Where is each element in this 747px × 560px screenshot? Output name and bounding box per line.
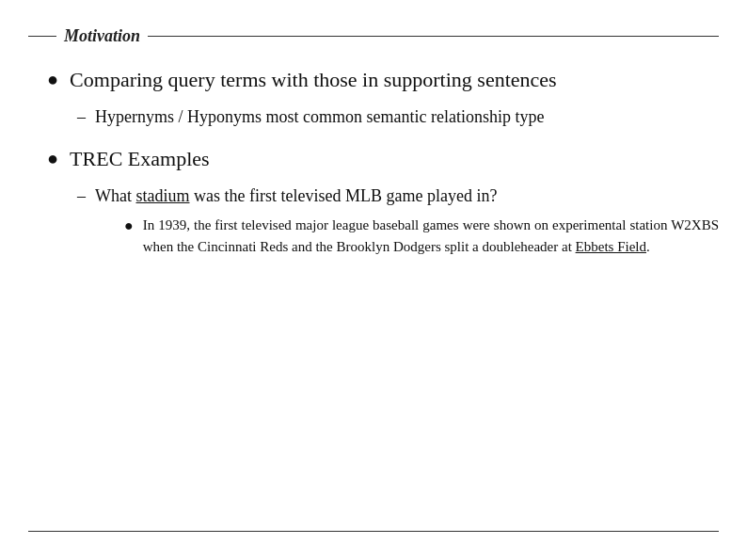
title-bar: Motivation [28,26,719,46]
bullet-1-text: Comparing query terms with those in supp… [70,66,719,95]
slide-content: ● Comparing query terms with those in su… [47,66,719,513]
sub-sub-bullets: ● In 1939, the first televised major lea… [124,215,719,259]
subsub-and: and [292,239,312,254]
sub-bullet-2-text-after: was the first televised MLB game played … [189,186,497,205]
subsub-period: . [646,239,650,254]
subsub-underline: Ebbets Field [576,239,646,254]
slide: Motivation ● Comparing query terms with … [0,0,747,560]
sub-bullet-1: – Hypernyms / Hyponyms most common seman… [77,104,719,130]
bullet-1: ● Comparing query terms with those in su… [47,66,719,95]
sub-bullet-2-dash: – [77,184,86,209]
sub-sub-bullet-1: ● In 1939, the first televised major lea… [124,215,719,259]
sub-bullet-2: – What stadium was the first televised M… [77,184,719,209]
sub-bullet-1-text: Hypernyms / Hyponyms most common semanti… [95,104,719,130]
sub-bullet-2-text-before: What [95,186,135,205]
bullet-2-text: TREC Examples [70,145,719,174]
title-bar-line-right [148,36,719,37]
sub-bullet-1-text-content: Hypernyms / Hyponyms most common semanti… [95,107,544,126]
slide-title: Motivation [56,26,148,46]
sub-bullet-2-text: What stadium was the first televised MLB… [95,184,719,209]
bullet-2: ● TREC Examples [47,145,719,174]
subsub-text-after: the Brooklyn Dodgers split a doubleheade… [312,239,576,254]
bullet-2-icon: ● [47,145,58,171]
bullet-1-icon: ● [47,66,58,92]
sub-sub-bullet-1-text: In 1939, the first televised major leagu… [143,215,719,259]
sub-sub-bullet-1-icon: ● [124,215,134,237]
title-bar-line-left [28,36,56,37]
sub-bullet-1-dash: – [77,104,86,130]
sub-bullet-2-underline: stadium [135,186,189,205]
bottom-line [28,531,719,532]
sub-bullets-2: – What stadium was the first televised M… [77,184,719,263]
sub-bullets-1: – Hypernyms / Hyponyms most common seman… [77,104,719,136]
